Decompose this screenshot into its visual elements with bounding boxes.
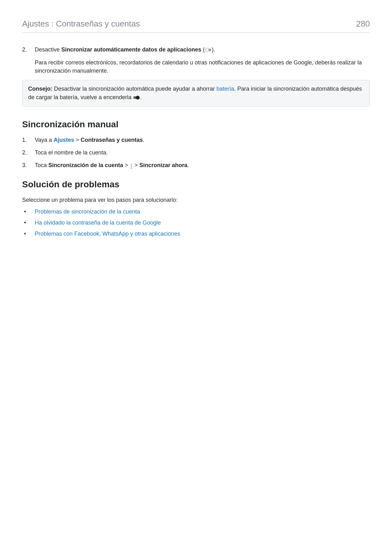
step-number: 3. — [22, 161, 35, 170]
svg-point-4 — [131, 164, 132, 165]
step-paragraph: Para recibir correos electrónicos, recor… — [35, 58, 370, 75]
continued-steps: 2. Desactive Sincronizar automáticamente… — [22, 45, 370, 75]
bold-path: Contraseñas y cuentas — [81, 137, 143, 143]
bullet-icon: • — [22, 220, 35, 226]
more-vert-icon — [130, 162, 133, 170]
troubleshoot-link-sync-problems[interactable]: Problemas de sincronización de la cuenta — [35, 208, 140, 215]
manual-step-3: 3. Toca Sincronización de la cuenta > > … — [22, 161, 370, 170]
text: Toca — [35, 162, 48, 168]
toggle-on-icon — [133, 93, 140, 102]
troubleshoot-link-other-apps[interactable]: Problemas con Facebook, WhatsApp y otras… — [35, 231, 180, 237]
bold-path: Sincronizar ahora — [139, 162, 187, 168]
section-heading-manual-sync: Sincronización manual — [22, 119, 370, 129]
manual-sync-steps: 1. Vaya a Ajustes > Contraseñas y cuenta… — [22, 136, 370, 170]
bold-path: Sincronización de la cuenta — [48, 162, 123, 168]
section-heading-troubleshoot: Solución de problemas — [22, 179, 370, 190]
step-number: 2. — [22, 148, 35, 157]
page-header: Ajustes : Contraseñas y cuentas 280 — [22, 19, 370, 33]
text: Vaya a — [35, 137, 54, 143]
breadcrumb: Ajustes : Contraseñas y cuentas — [22, 19, 140, 29]
bullet-icon: • — [22, 231, 35, 237]
step-body: Toca el nombre de la cuenta. — [35, 148, 370, 157]
svg-point-3 — [136, 96, 140, 99]
svg-point-5 — [131, 166, 132, 167]
tip-text: . — [140, 94, 142, 100]
step-body: Toca Sincronización de la cuenta > > Sin… — [35, 161, 370, 170]
settings-link[interactable]: Ajustes — [54, 137, 74, 143]
text: > — [74, 137, 81, 143]
manual-step-1: 1. Vaya a Ajustes > Contraseñas y cuenta… — [22, 136, 370, 144]
text: . — [187, 162, 189, 168]
battery-link[interactable]: batería — [216, 86, 234, 92]
tip-label: Consejo: — [28, 86, 52, 92]
step-body: Vaya a Ajustes > Contraseñas y cuentas. — [35, 136, 370, 144]
svg-point-6 — [131, 167, 132, 169]
page-number: 280 — [356, 19, 370, 29]
list-item: • Ha olvidado la contraseña de la cuenta… — [22, 220, 370, 226]
step-number: 1. — [22, 136, 35, 144]
text: Desactive — [35, 46, 61, 53]
text: . — [143, 137, 144, 143]
tip-box: Consejo: Desactivar la sincronización au… — [22, 80, 370, 107]
tip-text: Desactivar la sincronización automática … — [52, 86, 216, 92]
troubleshoot-intro: Seleccione un problema para ver los paso… — [22, 196, 370, 204]
list-item: • Problemas con Facebook, WhatsApp y otr… — [22, 231, 370, 237]
toggle-off-icon — [205, 45, 212, 54]
text: > — [123, 162, 130, 168]
text: ( — [201, 46, 205, 53]
step-body: Desactive Sincronizar automáticamente da… — [35, 45, 370, 75]
bullet-icon: • — [22, 208, 35, 215]
text: > — [133, 162, 140, 168]
step-number: 2. — [22, 45, 35, 75]
step-2: 2. Desactive Sincronizar automáticamente… — [22, 45, 370, 75]
troubleshoot-list: • Problemas de sincronización de la cuen… — [22, 208, 370, 237]
list-item: • Problemas de sincronización de la cuen… — [22, 208, 370, 215]
troubleshoot-link-forgot-password[interactable]: Ha olvidado la contraseña de la cuenta d… — [35, 220, 161, 226]
svg-point-1 — [205, 48, 209, 52]
bold-setting-name: Sincronizar automáticamente datos de apl… — [61, 46, 201, 53]
text: ). — [212, 46, 215, 53]
manual-step-2: 2. Toca el nombre de la cuenta. — [22, 148, 370, 157]
